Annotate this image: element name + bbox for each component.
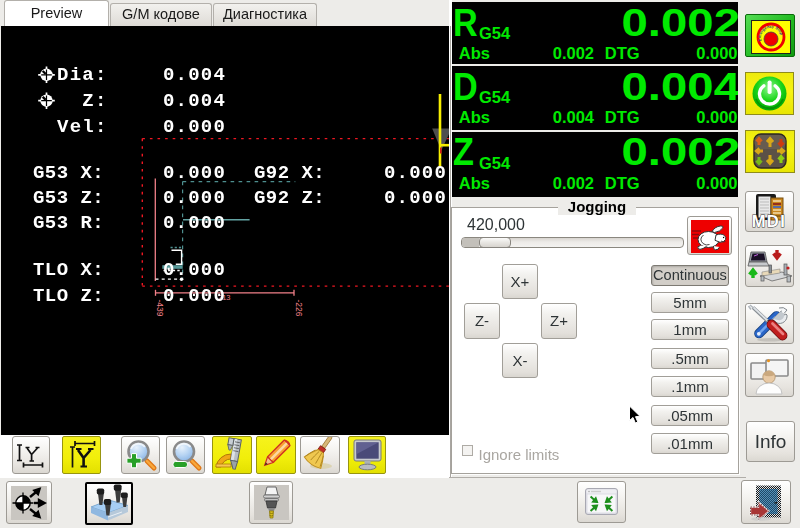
svg-text:0.004: 0.004 — [553, 108, 595, 126]
svg-text:0.004: 0.004 — [622, 65, 738, 108]
svg-text:0.002: 0.002 — [622, 1, 738, 44]
svg-text:0.000: 0.000 — [696, 174, 737, 192]
svg-text:MDI: MDI — [752, 212, 787, 230]
svg-text:G54: G54 — [479, 154, 511, 172]
svg-text:DTG: DTG — [605, 108, 640, 126]
svg-text:DTG: DTG — [605, 44, 640, 62]
svg-text:DTG: DTG — [605, 174, 640, 192]
svg-text:R: R — [453, 1, 478, 44]
svg-text:0.000: 0.000 — [696, 44, 737, 62]
svg-text:G54: G54 — [479, 88, 511, 106]
svg-text:Z: Z — [453, 131, 474, 174]
svg-text:Abs: Abs — [459, 44, 490, 62]
svg-text:0.002: 0.002 — [553, 44, 594, 62]
svg-text:D: D — [453, 65, 478, 108]
svg-text:0.002: 0.002 — [622, 130, 738, 173]
svg-text:Abs: Abs — [459, 174, 490, 192]
svg-text:-226: -226 — [294, 299, 304, 316]
svg-text:0.002: 0.002 — [553, 174, 594, 192]
svg-text:Abs: Abs — [459, 108, 490, 126]
svg-text:G54: G54 — [479, 24, 511, 42]
svg-text:0.000: 0.000 — [696, 108, 737, 126]
